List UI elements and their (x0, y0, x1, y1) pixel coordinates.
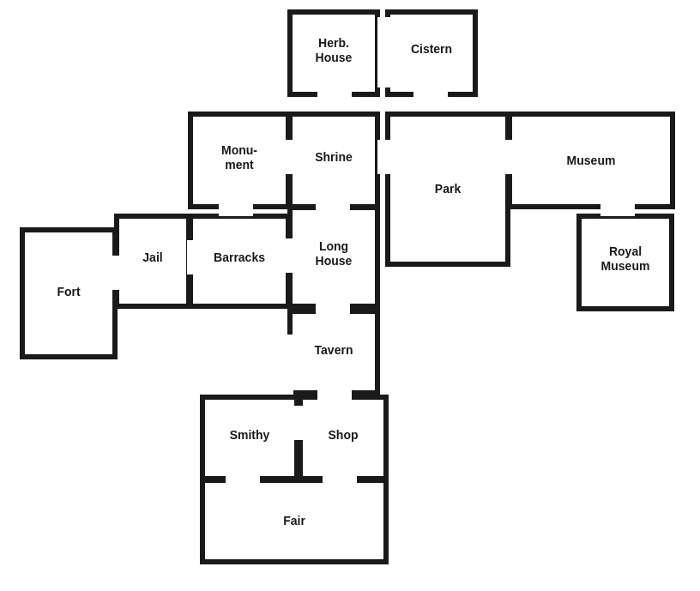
svg-text:Royal: Royal (609, 244, 642, 258)
svg-rect-32 (323, 473, 357, 485)
svg-text:Shop: Shop (329, 428, 359, 442)
svg-text:Park: Park (435, 182, 462, 196)
svg-text:Long: Long (319, 239, 348, 253)
svg-rect-31 (226, 473, 260, 485)
svg-text:Museum: Museum (567, 154, 616, 167)
svg-text:Jail: Jail (142, 250, 162, 264)
svg-text:Tavern: Tavern (315, 343, 353, 357)
svg-rect-25 (286, 238, 296, 273)
svg-text:Museum: Museum (601, 259, 650, 273)
svg-rect-27 (112, 256, 122, 290)
map-container: Herb. House Cistern Monu- ment Shrine Pa… (0, 0, 700, 591)
svg-rect-26 (187, 240, 197, 274)
svg-rect-18 (377, 17, 391, 87)
svg-text:House: House (316, 51, 353, 64)
svg-text:Monu-: Monu- (221, 143, 257, 157)
svg-rect-24 (600, 204, 635, 216)
svg-text:Cistern: Cistern (411, 42, 452, 56)
svg-rect-29 (317, 389, 352, 401)
svg-rect-28 (316, 303, 350, 317)
svg-text:Fair: Fair (283, 514, 305, 528)
svg-text:Herb.: Herb. (318, 36, 349, 50)
svg-text:House: House (316, 254, 353, 268)
svg-rect-22 (377, 140, 390, 174)
svg-text:Shrine: Shrine (315, 150, 353, 164)
svg-text:Smithy: Smithy (230, 428, 270, 442)
svg-rect-21 (316, 204, 350, 216)
svg-text:Fort: Fort (57, 285, 81, 299)
svg-rect-16 (317, 89, 352, 101)
svg-rect-30 (293, 406, 305, 440)
svg-rect-19 (286, 140, 296, 174)
svg-rect-20 (219, 204, 253, 216)
svg-rect-33 (276, 335, 293, 395)
svg-text:Barracks: Barracks (214, 250, 265, 264)
svg-rect-23 (504, 140, 515, 174)
svg-text:ment: ment (225, 158, 254, 172)
svg-rect-17 (413, 89, 448, 101)
